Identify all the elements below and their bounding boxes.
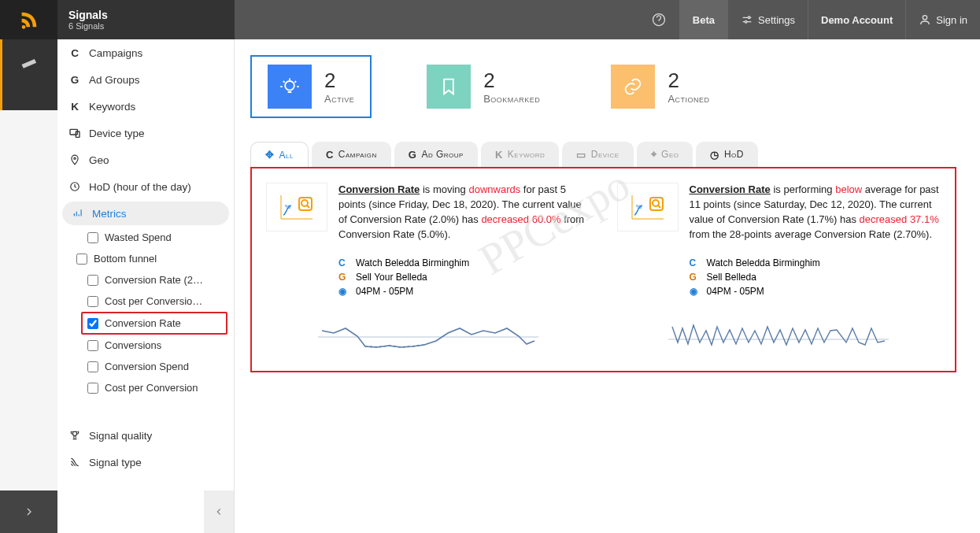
c-icon: C xyxy=(68,46,81,59)
filter-keywords[interactable]: KKeywords xyxy=(57,93,234,120)
k-icon: K xyxy=(495,149,503,161)
sliders-icon xyxy=(741,13,753,26)
help-icon xyxy=(651,12,667,28)
check-conversions[interactable]: Conversions xyxy=(57,335,234,356)
check-conv-rate-2[interactable]: Conversion Rate (2… xyxy=(57,269,234,291)
tab-device[interactable]: ▭Device xyxy=(562,142,633,167)
check-conversion-rate[interactable]: Conversion Rate xyxy=(81,312,227,335)
meta-time: ◉04PM - 05PM xyxy=(338,286,590,297)
svg-text:%: % xyxy=(285,203,290,210)
k-icon: K xyxy=(68,100,81,113)
user-icon xyxy=(919,13,931,26)
signal-card-2[interactable]: % Conversion Rate is performing below av… xyxy=(609,175,949,365)
filter-hod[interactable]: HoD (hour of the day) xyxy=(57,173,234,200)
svg-point-15 xyxy=(653,200,659,206)
bookmark-icon xyxy=(427,65,471,109)
play-icon: ◉ xyxy=(690,286,701,297)
filter-device[interactable]: Device type xyxy=(57,120,234,146)
signal-text: Conversion Rate is moving downwards for … xyxy=(338,183,590,242)
filter-campaigns[interactable]: CCampaigns xyxy=(57,39,234,66)
tab-all[interactable]: ✥All xyxy=(250,142,309,167)
rss-icon xyxy=(18,9,40,31)
link-icon xyxy=(611,65,655,109)
tab-keyword[interactable]: KKeyword xyxy=(481,142,559,167)
filter-metrics[interactable]: Metrics xyxy=(62,202,229,225)
settings-button[interactable]: Settings xyxy=(727,0,808,39)
tab-campaign[interactable]: CCampaign xyxy=(312,142,391,167)
signal-thumb: % xyxy=(617,183,679,231)
svg-point-1 xyxy=(748,17,750,19)
meta-adgroup: GSell Belleda xyxy=(690,272,941,283)
check-cost-per-conv-trunc[interactable]: Cost per Conversio… xyxy=(57,291,234,312)
meta-campaign: CWatch Beledda Birminghim xyxy=(338,257,590,268)
trophy-icon xyxy=(68,429,81,442)
page-title-box: Signals 6 Signals xyxy=(57,0,235,39)
filter-signal-type[interactable]: Signal type xyxy=(57,449,234,476)
svg-point-3 xyxy=(923,16,927,20)
device-icon: ▭ xyxy=(576,149,586,161)
tab-hod[interactable]: ◷HoD xyxy=(696,142,758,167)
svg-point-8 xyxy=(285,81,294,91)
check-conversion-spend[interactable]: Conversion Spend xyxy=(57,356,234,377)
pin-icon xyxy=(68,154,81,166)
signal-thumb: % xyxy=(266,183,327,231)
play-icon: ◉ xyxy=(338,286,349,297)
filter-sidebar: CCampaigns GAd Groups KKeywords Device t… xyxy=(57,39,235,533)
beta-badge: Beta xyxy=(679,0,727,39)
meta-time: ◉04PM - 05PM xyxy=(690,286,941,297)
sidebar-collapse[interactable] xyxy=(204,490,234,533)
svg-point-2 xyxy=(745,20,747,23)
svg-point-6 xyxy=(74,157,76,159)
wave-icon xyxy=(68,456,81,468)
stat-active[interactable]: 2Active xyxy=(250,55,372,118)
signal-cards-region: % Conversion Rate is moving downwards fo… xyxy=(250,167,956,372)
page-subtitle: 6 Signals xyxy=(68,21,224,31)
meta-campaign: CWatch Beledda Birminghim xyxy=(690,257,941,268)
nav-expand[interactable] xyxy=(0,490,57,533)
account-label[interactable]: Demo Account xyxy=(808,0,905,39)
filter-adgroups[interactable]: GAd Groups xyxy=(57,66,234,93)
check-bottom-funnel[interactable]: Bottom funnel xyxy=(57,248,234,269)
tab-adgroup[interactable]: GAd Group xyxy=(394,142,478,167)
clock-icon xyxy=(68,180,81,193)
g-icon: G xyxy=(409,149,417,161)
meta-adgroup: GSell Your Belleda xyxy=(338,272,590,283)
pin-icon: ⌖ xyxy=(651,148,657,161)
clock-icon: ◷ xyxy=(710,149,719,161)
check-wasted-spend[interactable]: Wasted Spend xyxy=(57,227,234,248)
filter-signal-quality[interactable]: Signal quality xyxy=(57,422,234,449)
filter-geo[interactable]: Geo xyxy=(57,146,234,173)
device-icon xyxy=(68,127,81,139)
tab-geo[interactable]: ⌖Geo xyxy=(637,142,693,167)
page-title: Signals xyxy=(68,9,224,21)
chart-icon xyxy=(72,207,84,220)
move-icon: ✥ xyxy=(265,149,275,161)
nav-signals[interactable] xyxy=(0,39,57,110)
sparkline xyxy=(266,317,590,357)
svg-point-11 xyxy=(301,200,308,206)
c-icon: C xyxy=(326,149,334,161)
sparkline xyxy=(617,317,941,357)
chevron-left-icon xyxy=(213,506,224,517)
check-cost-per-conversion[interactable]: Cost per Conversion xyxy=(57,377,234,398)
bulb-icon xyxy=(268,65,312,109)
telescope-icon xyxy=(19,54,41,76)
app-logo[interactable] xyxy=(0,0,57,39)
help-button[interactable] xyxy=(638,0,679,39)
signal-card-1[interactable]: % Conversion Rate is moving downwards fo… xyxy=(258,175,598,365)
signal-text: Conversion Rate is performing below aver… xyxy=(690,183,941,242)
stat-bookmarked[interactable]: 2Bookmarked xyxy=(411,55,556,118)
stat-actioned[interactable]: 2Actioned xyxy=(595,55,725,118)
signin-button[interactable]: Sign in xyxy=(905,0,980,39)
svg-text:%: % xyxy=(636,203,642,210)
chevron-right-icon xyxy=(23,505,35,518)
g-icon: G xyxy=(68,73,81,86)
